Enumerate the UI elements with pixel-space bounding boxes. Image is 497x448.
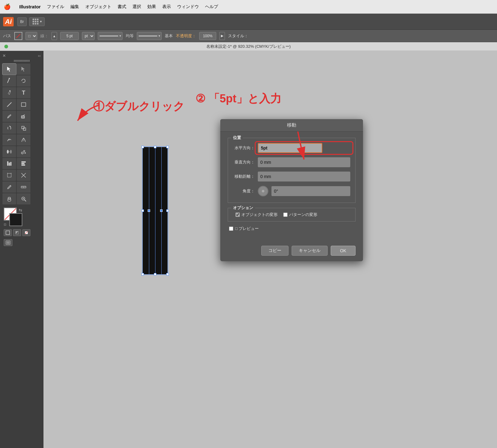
angle-dial[interactable] (258, 186, 268, 196)
change-screen-btn[interactable] (4, 239, 12, 246)
normal-mode-btn[interactable] (4, 229, 12, 236)
background-color-swatch[interactable] (9, 213, 22, 226)
cancel-button[interactable]: キャンセル (292, 246, 328, 256)
rotate-tool[interactable] (2, 123, 16, 134)
ok-button[interactable]: OK (331, 246, 356, 256)
handle-mr[interactable] (166, 209, 169, 212)
svg-point-18 (24, 150, 25, 152)
distance-input[interactable] (258, 172, 350, 181)
menu-object[interactable]: オブジェクト (85, 4, 111, 10)
menu-select[interactable]: 選択 (132, 4, 141, 10)
eraser-tool[interactable] (17, 111, 30, 122)
horizontal-input[interactable] (258, 143, 322, 153)
style-label: スタイル： (228, 33, 248, 39)
column-graph-tool[interactable] (2, 158, 16, 169)
stroke-unit-select[interactable]: pt (82, 32, 95, 40)
stroke-value-input[interactable] (60, 32, 79, 40)
measure-tool[interactable] (17, 181, 30, 193)
workspace-btn[interactable]: ▾ (29, 17, 45, 26)
stroke-up-btn[interactable]: ▲ (51, 32, 57, 40)
blend-tool[interactable] (2, 146, 16, 157)
stroke-shape-select[interactable]: □ (25, 32, 37, 40)
menu-file[interactable]: ファイル (47, 4, 64, 10)
menu-effect[interactable]: 効果 (147, 4, 156, 10)
transform-objects-option[interactable]: オブジェクトの変形 (235, 212, 278, 217)
menu-edit[interactable]: 編集 (70, 4, 79, 10)
dialog-footer: コピー キャンセル OK (220, 242, 363, 261)
reset-colors-icon[interactable]: ⊡ (4, 223, 6, 226)
direct-selection-tool[interactable] (17, 64, 30, 75)
handle-ml[interactable] (141, 209, 144, 212)
zoom-tool[interactable] (17, 193, 30, 204)
artboard-tool[interactable] (2, 170, 16, 181)
red-swatch-btn[interactable] (22, 229, 30, 236)
line-style-selector[interactable]: ▾ (98, 32, 123, 40)
magic-wand-tool[interactable] (2, 75, 16, 87)
dialog-body: 位置 水平方向： 垂直方向： (220, 132, 363, 242)
opacity-input[interactable] (199, 32, 216, 40)
handle-tm[interactable] (154, 146, 156, 148)
line-tool[interactable] (2, 99, 16, 110)
svg-rect-25 (21, 164, 25, 166)
vertical-input[interactable] (258, 157, 350, 167)
preview-checkbox[interactable] (229, 226, 233, 231)
transform-patterns-checkbox[interactable] (283, 213, 288, 217)
position-group: 位置 水平方向： 垂直方向： (228, 138, 356, 203)
lasso-tool[interactable] (17, 75, 30, 87)
rectangle-tool[interactable] (17, 99, 30, 110)
color-swatches: ⇆ ⊡ (4, 208, 22, 226)
puppet-warp-tool[interactable] (17, 134, 30, 146)
swap-colors-icon[interactable]: ⇆ (19, 208, 22, 213)
line-style-chevron: ▾ (119, 34, 121, 38)
menu-window[interactable]: ウィンドウ (177, 4, 199, 10)
scale-tool[interactable] (17, 123, 30, 134)
stroke-color-indicator[interactable] (14, 32, 22, 40)
apple-menu[interactable]: 🍎 (4, 3, 11, 10)
pencil-tool[interactable] (2, 111, 16, 122)
handle-tl[interactable] (141, 146, 144, 148)
puppet-warp-icon (20, 137, 27, 143)
transform-objects-checkbox[interactable] (235, 213, 240, 217)
svg-point-17 (21, 152, 23, 154)
pen-tool[interactable] (2, 87, 16, 98)
copy-button[interactable]: コピー (261, 246, 289, 256)
transform-patterns-option[interactable]: パターンの変形 (283, 212, 317, 217)
vertical-field: 垂直方向： (233, 157, 350, 167)
angle-input[interactable] (271, 186, 350, 196)
zoom-icon (20, 196, 27, 202)
type-tool[interactable]: T (17, 87, 30, 98)
status-bar: 名称未設定-1* @ 920.32% (CMYK/プレビュー) (0, 42, 497, 51)
preview-label: □ プレビュー (235, 226, 259, 231)
gray-swatch-btn[interactable] (13, 229, 21, 236)
dialog-title: 移動 (220, 119, 363, 132)
handle-center-1[interactable] (148, 209, 150, 212)
slice-icon (20, 172, 27, 178)
handle-center-2[interactable] (160, 209, 163, 212)
handle-br[interactable] (166, 273, 169, 276)
hand-tool[interactable] (2, 193, 16, 204)
warp-tool[interactable] (2, 134, 16, 146)
slice-tool[interactable] (17, 170, 30, 181)
annotation-1-text: ①ダブルクリック (93, 100, 185, 113)
eyedropper-tool[interactable] (2, 181, 16, 193)
menu-format[interactable]: 書式 (118, 4, 126, 10)
handle-tr[interactable] (166, 146, 169, 148)
tools-panel-close[interactable]: ✕ (2, 53, 6, 58)
line-type-selector[interactable]: ▾ (137, 32, 162, 40)
handle-bl[interactable] (141, 273, 144, 276)
menu-view[interactable]: 表示 (162, 4, 171, 10)
mode-icon-row (1, 228, 42, 237)
menu-help[interactable]: ヘルプ (205, 4, 218, 10)
bridge-btn[interactable]: Br (17, 17, 27, 26)
svg-rect-20 (7, 161, 8, 166)
pencil-icon (6, 113, 12, 119)
rotate-scale-row (1, 123, 42, 134)
bar-graph-tool[interactable] (17, 158, 30, 169)
opacity-arrow-btn[interactable]: ▶ (219, 32, 225, 40)
symbol-sprayer-tool[interactable] (17, 146, 30, 157)
svg-rect-26 (7, 173, 11, 177)
selection-tool[interactable] (2, 64, 16, 75)
tools-panel-collapse[interactable]: ‹‹ (38, 53, 41, 58)
handle-bm[interactable] (154, 273, 156, 276)
column-graph-icon (6, 160, 12, 167)
